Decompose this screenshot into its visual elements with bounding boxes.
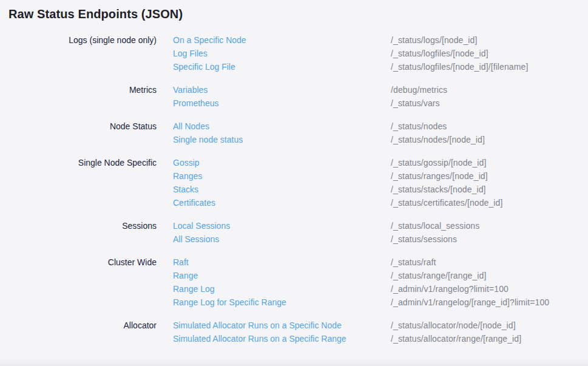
endpoint-row: Gossip/_status/gossip/[node_id] [173, 156, 502, 169]
group-label: Metrics [0, 83, 157, 97]
endpoint-link[interactable]: Single node status [173, 133, 391, 146]
endpoint-path: /_status/allocator/node/[node_id] [391, 319, 516, 332]
group-label: Cluster Wide [0, 256, 157, 269]
endpoint-path: /_status/nodes [391, 120, 447, 133]
endpoint-path: /_status/range/[range_id] [391, 269, 486, 282]
endpoint-group: AllocatorSimulated Allocator Runs on a S… [0, 319, 588, 345]
endpoint-row: Prometheus/_status/vars [173, 97, 447, 110]
endpoint-link[interactable]: Variables [173, 83, 391, 97]
endpoint-row: Raft/_status/raft [173, 256, 549, 269]
endpoint-group: Node StatusAll Nodes/_status/nodesSingle… [0, 120, 588, 146]
endpoint-list: Local Sessions/_status/local_sessionsAll… [173, 219, 479, 246]
endpoint-row: Specific Log File/_status/logfiles/[node… [173, 60, 528, 73]
group-label: Logs (single node only) [0, 33, 157, 47]
endpoint-link[interactable]: Raft [173, 256, 391, 269]
endpoint-row: Local Sessions/_status/local_sessions [173, 219, 479, 232]
endpoint-row: All Sessions/_status/sessions [173, 232, 479, 246]
endpoint-row: Range Log/_admin/v1/rangelog?limit=100 [173, 282, 549, 296]
endpoint-list: Simulated Allocator Runs on a Specific N… [173, 319, 521, 345]
endpoint-row: On a Specific Node/_status/logs/[node_id… [173, 33, 528, 47]
endpoint-path: /_status/logfiles/[node_id] [391, 47, 488, 60]
endpoint-row: Single node status/_status/nodes/[node_i… [173, 133, 485, 146]
endpoint-path: /_status/vars [391, 97, 440, 110]
endpoint-path: /_status/raft [391, 256, 436, 269]
endpoint-list: All Nodes/_status/nodesSingle node statu… [173, 120, 485, 146]
endpoint-path: /_status/allocator/range/[range_id] [391, 332, 521, 345]
endpoint-path: /_status/sessions [391, 232, 457, 246]
endpoint-link[interactable]: On a Specific Node [173, 33, 391, 47]
endpoint-path: /_status/gossip/[node_id] [391, 156, 486, 169]
endpoint-list: Variables/debug/metricsPrometheus/_statu… [173, 83, 447, 110]
endpoint-link[interactable]: Range Log for Specific Range [173, 296, 391, 309]
endpoint-row: Stacks/_status/stacks/[node_id] [173, 183, 502, 196]
endpoint-path: /_status/logs/[node_id] [391, 33, 477, 47]
page-title: Raw Status Endpoints (JSON) [8, 7, 588, 21]
group-label: Allocator [0, 319, 157, 332]
endpoint-row: Simulated Allocator Runs on a Specific N… [173, 319, 521, 332]
endpoint-link[interactable]: Simulated Allocator Runs on a Specific R… [173, 332, 391, 345]
endpoint-path: /_admin/v1/rangelog/[range_id]?limit=100 [391, 296, 549, 309]
endpoint-path: /_status/stacks/[node_id] [391, 183, 486, 196]
endpoint-group: MetricsVariables/debug/metricsPrometheus… [0, 83, 588, 110]
endpoint-path: /_status/logfiles/[node_id]/[filename] [391, 60, 528, 73]
endpoint-link[interactable]: Prometheus [173, 97, 391, 110]
endpoint-link[interactable]: Local Sessions [173, 219, 391, 232]
group-label: Single Node Specific [0, 156, 157, 169]
endpoint-path: /_status/certificates/[node_id] [391, 196, 502, 209]
endpoint-path: /_status/nodes/[node_id] [391, 133, 485, 146]
endpoint-link[interactable]: Gossip [173, 156, 391, 169]
endpoint-path: /debug/metrics [391, 83, 447, 97]
endpoint-row: Certificates/_status/certificates/[node_… [173, 196, 502, 209]
endpoint-group: Logs (single node only)On a Specific Nod… [0, 33, 588, 73]
endpoint-list: Gossip/_status/gossip/[node_id]Ranges/_s… [173, 156, 502, 209]
endpoint-link[interactable]: Stacks [173, 183, 391, 196]
endpoint-link[interactable]: All Nodes [173, 120, 391, 133]
bottom-edge-divider [0, 358, 588, 366]
endpoint-row: Ranges/_status/ranges/[node_id] [173, 169, 502, 183]
endpoint-row: Range/_status/range/[range_id] [173, 269, 549, 282]
endpoint-row: Log Files/_status/logfiles/[node_id] [173, 47, 528, 60]
group-label: Sessions [0, 219, 157, 232]
endpoint-link[interactable]: Certificates [173, 196, 391, 209]
endpoint-path: /_status/local_sessions [391, 219, 479, 232]
endpoint-link[interactable]: Ranges [173, 169, 391, 183]
group-label: Node Status [0, 120, 157, 133]
endpoint-path: /_admin/v1/rangelog?limit=100 [391, 282, 509, 296]
endpoint-link[interactable]: Range [173, 269, 391, 282]
endpoint-link[interactable]: Range Log [173, 282, 391, 296]
endpoint-list: Raft/_status/raftRange/_status/range/[ra… [173, 256, 549, 309]
endpoint-group: Single Node SpecificGossip/_status/gossi… [0, 156, 588, 209]
endpoint-path: /_status/ranges/[node_id] [391, 169, 488, 183]
endpoint-row: Range Log for Specific Range/_admin/v1/r… [173, 296, 549, 309]
endpoint-row: Simulated Allocator Runs on a Specific R… [173, 332, 521, 345]
endpoint-list: On a Specific Node/_status/logs/[node_id… [173, 33, 528, 73]
endpoint-link[interactable]: Specific Log File [173, 60, 391, 73]
endpoint-link[interactable]: Log Files [173, 47, 391, 60]
endpoint-groups: Logs (single node only)On a Specific Nod… [0, 33, 588, 345]
endpoint-group: SessionsLocal Sessions/_status/local_ses… [0, 219, 588, 246]
endpoint-link[interactable]: All Sessions [173, 232, 391, 246]
endpoint-row: All Nodes/_status/nodes [173, 120, 485, 133]
endpoint-group: Cluster WideRaft/_status/raftRange/_stat… [0, 256, 588, 309]
endpoint-link[interactable]: Simulated Allocator Runs on a Specific N… [173, 319, 391, 332]
endpoint-row: Variables/debug/metrics [173, 83, 447, 97]
